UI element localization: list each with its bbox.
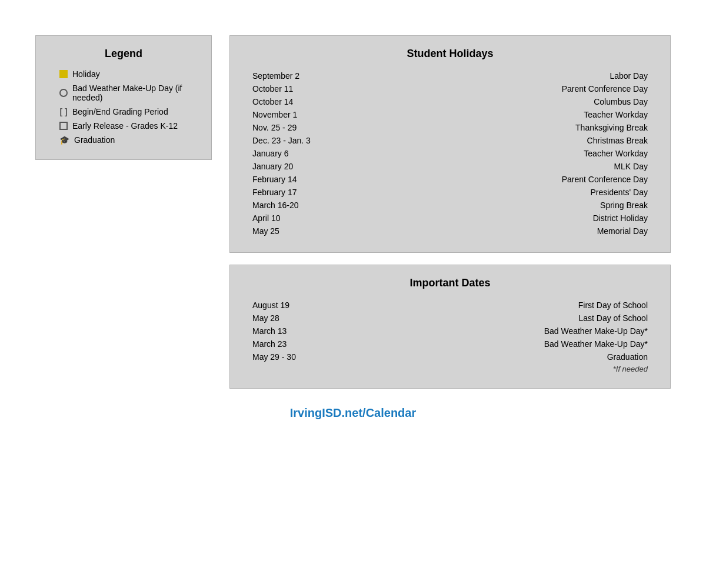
holiday-event: Labor Day — [430, 69, 652, 82]
important-date: August 19 — [248, 299, 389, 312]
holiday-date: March 16-20 — [248, 199, 430, 212]
holiday-date: February 14 — [248, 173, 430, 186]
legend-title: Legend — [54, 48, 194, 60]
holiday-event: Parent Conference Day — [430, 82, 652, 95]
holiday-row: February 17 Presidents' Day — [248, 186, 652, 199]
legend-label-bad-weather: Bad Weather Make-Up Day (if needed) — [72, 83, 194, 102]
if-needed-note: *If needed — [248, 363, 652, 373]
left-panel: Legend Holiday Bad Weather Make-Up Day (… — [35, 35, 212, 160]
main-layout: Legend Holiday Bad Weather Make-Up Day (… — [35, 35, 671, 389]
holiday-row: Nov. 25 - 29 Thanksgiving Break — [248, 121, 652, 134]
holiday-event: Parent Conference Day — [430, 173, 652, 186]
legend-box: Legend Holiday Bad Weather Make-Up Day (… — [35, 35, 212, 160]
right-panel: Student Holidays September 2 Labor Day O… — [229, 35, 671, 389]
holiday-event: Christmas Break — [430, 134, 652, 147]
holiday-row: October 14 Columbus Day — [248, 95, 652, 108]
holiday-date: April 10 — [248, 212, 430, 225]
holiday-date: January 6 — [248, 147, 430, 160]
holiday-row: October 11 Parent Conference Day — [248, 82, 652, 95]
holiday-date: October 14 — [248, 95, 430, 108]
legend-item-early-release: Early Release - Grades K-12 — [59, 121, 194, 131]
holiday-event: Thanksgiving Break — [430, 121, 652, 134]
early-release-icon — [59, 122, 68, 130]
important-dates-table: August 19 First Day of School May 28 Las… — [248, 299, 652, 363]
holiday-date: May 25 — [248, 225, 430, 238]
dates-row: March 23 Bad Weather Make-Up Day* — [248, 338, 652, 350]
holiday-date: September 2 — [248, 69, 430, 82]
important-dates-title: Important Dates — [248, 277, 652, 289]
holiday-row: January 20 MLK Day — [248, 160, 652, 173]
dates-row: May 28 Last Day of School — [248, 312, 652, 325]
legend-item-grading: [ ] Begin/End Grading Period — [59, 107, 194, 116]
holiday-date: Dec. 23 - Jan. 3 — [248, 134, 430, 147]
important-dates-box: Important Dates August 19 First Day of S… — [229, 265, 671, 389]
holiday-row: May 25 Memorial Day — [248, 225, 652, 238]
holiday-row: March 16-20 Spring Break — [248, 199, 652, 212]
important-date: May 29 - 30 — [248, 350, 389, 363]
holiday-event: Columbus Day — [430, 95, 652, 108]
footer-link[interactable]: IrvingISD.net/Calendar — [35, 406, 671, 420]
holiday-date: Nov. 25 - 29 — [248, 121, 430, 134]
legend-label-early-release: Early Release - Grades K-12 — [72, 121, 178, 131]
holiday-event: Teacher Workday — [430, 108, 652, 121]
legend-items: Holiday Bad Weather Make-Up Day (if need… — [54, 69, 194, 145]
legend-label-graduation: Graduation — [74, 135, 115, 145]
holiday-date: October 11 — [248, 82, 430, 95]
holiday-row: Dec. 23 - Jan. 3 Christmas Break — [248, 134, 652, 147]
important-event: Bad Weather Make-Up Day* — [389, 338, 652, 350]
legend-label-holiday: Holiday — [72, 69, 100, 79]
holiday-event: Spring Break — [430, 199, 652, 212]
holiday-row: January 6 Teacher Workday — [248, 147, 652, 160]
holiday-icon — [59, 70, 68, 78]
student-holidays-box: Student Holidays September 2 Labor Day O… — [229, 35, 671, 253]
holiday-event: District Holiday — [430, 212, 652, 225]
legend-item-holiday: Holiday — [59, 69, 194, 79]
legend-item-bad-weather: Bad Weather Make-Up Day (if needed) — [59, 83, 194, 102]
graduation-icon: 🎓 — [59, 135, 69, 145]
holiday-row: February 14 Parent Conference Day — [248, 173, 652, 186]
holiday-event: Memorial Day — [430, 225, 652, 238]
legend-label-grading: Begin/End Grading Period — [72, 107, 168, 116]
holiday-event: Teacher Workday — [430, 147, 652, 160]
holiday-event: Presidents' Day — [430, 186, 652, 199]
important-event: First Day of School — [389, 299, 652, 312]
student-holidays-table: September 2 Labor Day October 11 Parent … — [248, 69, 652, 238]
holiday-date: November 1 — [248, 108, 430, 121]
grading-icon: [ ] — [59, 107, 68, 116]
bad-weather-icon — [59, 89, 68, 97]
dates-row: March 13 Bad Weather Make-Up Day* — [248, 325, 652, 338]
holiday-row: September 2 Labor Day — [248, 69, 652, 82]
important-date: March 23 — [248, 338, 389, 350]
important-date: May 28 — [248, 312, 389, 325]
holiday-row: April 10 District Holiday — [248, 212, 652, 225]
holiday-row: November 1 Teacher Workday — [248, 108, 652, 121]
dates-row: May 29 - 30 Graduation — [248, 350, 652, 363]
holiday-event: MLK Day — [430, 160, 652, 173]
dates-row: August 19 First Day of School — [248, 299, 652, 312]
important-event: Last Day of School — [389, 312, 652, 325]
legend-item-graduation: 🎓 Graduation — [59, 135, 194, 145]
student-holidays-title: Student Holidays — [248, 48, 652, 60]
important-event: Graduation — [389, 350, 652, 363]
holiday-date: February 17 — [248, 186, 430, 199]
important-event: Bad Weather Make-Up Day* — [389, 325, 652, 338]
important-date: March 13 — [248, 325, 389, 338]
holiday-date: January 20 — [248, 160, 430, 173]
